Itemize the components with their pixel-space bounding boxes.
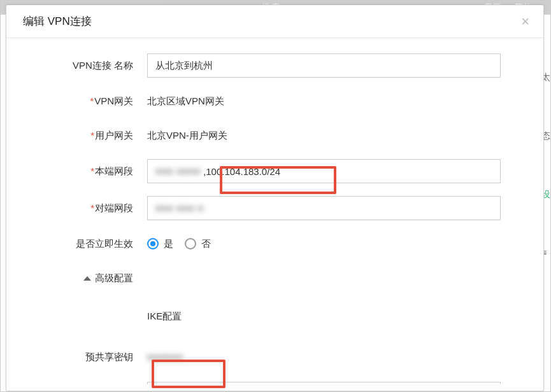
row-ike-section: IKE配置 (23, 305, 527, 327)
local-net-visible: ,100.104.183.0/24 (203, 166, 280, 177)
modal-title: 编辑 VPN连接 (23, 14, 92, 29)
row-effective: 是否立即生效 是 否 (23, 233, 527, 255)
chevron-up-icon (83, 276, 91, 281)
modal-body: VPN连接 名称 *VPN网关 北京区域VPN网关 *用户网关 北京VPN-用户… (6, 38, 543, 384)
radio-yes-label: 是 (164, 238, 173, 250)
input-conn-name[interactable] (147, 53, 501, 78)
row-vpn-gateway: *VPN网关 北京区域VPN网关 (23, 90, 527, 112)
row-psk: 预共享密钥 ■■■■■■ (23, 345, 527, 369)
row-version: 版本 ikev2 ▲▼ (23, 382, 527, 384)
label-user-gateway: 用户网关 (95, 130, 133, 141)
radio-no-label: 否 (201, 238, 211, 250)
radio-group-effective: 是 否 (147, 238, 211, 250)
app-frame: 搜索 52 费用 工单 太 态 设 ≡ 编辑 VPN连接 × VPN连接 名称 … (0, 0, 551, 392)
input-local-net[interactable]: ■■■ ■■■■ ,100.104.183.0/24 (147, 159, 501, 183)
advanced-toggle[interactable]: 高级配置 (83, 272, 133, 284)
value-psk: ■■■■■■ (147, 345, 183, 369)
row-conn-name: VPN连接 名称 (23, 53, 527, 78)
row-peer-net: *对端网段 ■■■ ■■■ ■ (23, 196, 527, 220)
psk-masked: ■■■■■■ (147, 352, 183, 362)
label-psk: 预共享密钥 (23, 351, 147, 363)
radio-icon-unchecked (185, 238, 196, 249)
ike-section-title: IKE配置 (147, 311, 182, 323)
radio-icon-checked (147, 238, 159, 249)
label-peer-net: 对端网段 (95, 202, 133, 213)
label-vpn-gateway: VPN网关 (94, 95, 133, 106)
input-peer-net[interactable]: ■■■ ■■■ ■ (147, 196, 501, 220)
required-star: * (90, 165, 94, 176)
peer-net-masked: ■■■ ■■■ ■ (155, 203, 204, 213)
edit-vpn-modal: 编辑 VPN连接 × VPN连接 名称 *VPN网关 北京区域VPN网关 *用户… (6, 4, 544, 391)
required-star: * (90, 95, 94, 106)
row-advanced-toggle: 高级配置 (23, 267, 527, 289)
advanced-label: 高级配置 (95, 272, 133, 284)
select-version[interactable]: ikev2 ▲▼ (147, 382, 501, 384)
required-star: * (90, 130, 94, 141)
modal-header: 编辑 VPN连接 × (6, 5, 543, 38)
label-conn-name: VPN连接 名称 (23, 60, 147, 72)
value-user-gateway: 北京VPN-用户网关 (147, 130, 227, 142)
label-effective: 是否立即生效 (23, 238, 147, 250)
radio-no[interactable]: 否 (185, 238, 211, 250)
row-user-gateway: *用户网关 北京VPN-用户网关 (23, 125, 527, 146)
radio-yes[interactable]: 是 (147, 238, 173, 250)
label-local-net: 本端网段 (95, 165, 133, 176)
required-star: * (90, 202, 94, 213)
row-local-net: *本端网段 ■■■ ■■■■ ,100.104.183.0/24 (23, 159, 527, 183)
value-vpn-gateway: 北京区域VPN网关 (147, 95, 224, 108)
close-icon[interactable]: × (521, 15, 529, 29)
local-net-masked: ■■■ ■■■■ (155, 166, 201, 176)
